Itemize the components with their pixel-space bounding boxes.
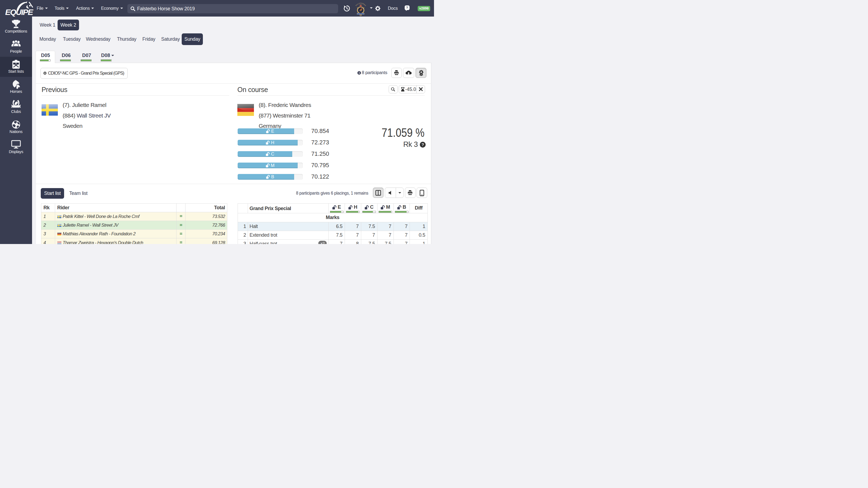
svg-text:EQUIPE: EQUIPE: [5, 8, 33, 17]
svg-text:?: ?: [422, 142, 424, 147]
